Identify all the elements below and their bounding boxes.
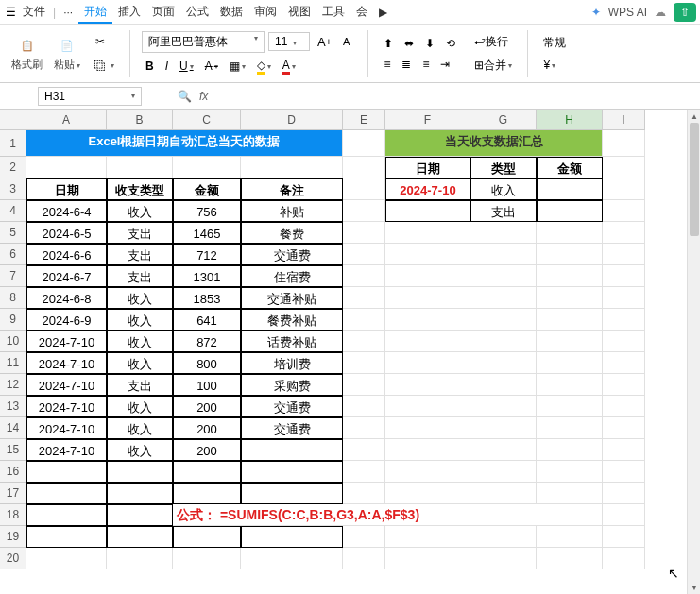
data-cell[interactable]: 2024-7-10: [26, 439, 107, 461]
data-cell[interactable]: 支出: [107, 265, 173, 287]
cell[interactable]: [603, 244, 645, 265]
cut-button[interactable]: ✂: [88, 31, 118, 52]
tab-data[interactable]: 数据: [214, 0, 248, 24]
tab-home[interactable]: 开始: [78, 0, 112, 24]
cell[interactable]: [385, 265, 470, 287]
data-cell[interactable]: 1301: [173, 265, 241, 287]
currency-button[interactable]: ¥▾: [539, 57, 570, 74]
title-main[interactable]: Excel根据日期自动汇总当天的数据: [26, 130, 343, 157]
cell[interactable]: [537, 548, 603, 569]
data-cell[interactable]: 收入: [107, 352, 173, 374]
search-icon[interactable]: 🔍: [178, 90, 192, 103]
cell[interactable]: [343, 200, 385, 222]
tab-scroll-right[interactable]: ▶: [373, 2, 393, 23]
cell[interactable]: [343, 352, 385, 374]
data-cell[interactable]: 话费补贴: [241, 331, 343, 352]
cell[interactable]: [603, 439, 645, 461]
tab-page[interactable]: 页面: [146, 0, 180, 24]
row-header-10[interactable]: 10: [0, 331, 26, 352]
cell[interactable]: [470, 222, 537, 244]
tab-tools[interactable]: 工具: [316, 0, 350, 24]
data-cell[interactable]: 200: [173, 439, 241, 461]
cell[interactable]: [603, 200, 645, 222]
cell[interactable]: [603, 265, 645, 287]
table-header[interactable]: 收支类型: [107, 178, 173, 200]
data-cell[interactable]: 641: [173, 309, 241, 331]
col-header-G[interactable]: G: [470, 110, 537, 130]
cell[interactable]: [470, 548, 537, 569]
cell[interactable]: [385, 417, 470, 439]
font-name-select[interactable]: 阿里巴巴普惠体 ▾: [142, 31, 265, 53]
row-header-20[interactable]: 20: [0, 548, 26, 569]
cell[interactable]: [107, 461, 173, 483]
italic-button[interactable]: I: [162, 58, 172, 75]
data-cell[interactable]: 收入: [107, 287, 173, 309]
title-summary[interactable]: 当天收支数据汇总: [385, 130, 603, 157]
cell[interactable]: [537, 244, 603, 265]
data-cell[interactable]: 800: [173, 352, 241, 374]
cell[interactable]: [385, 352, 470, 374]
row-header-11[interactable]: 11: [0, 352, 26, 374]
cell[interactable]: [537, 374, 603, 396]
data-cell[interactable]: 支出: [107, 244, 173, 265]
cell[interactable]: [385, 461, 470, 483]
cell[interactable]: [241, 548, 343, 569]
col-header-D[interactable]: D: [241, 110, 343, 130]
data-cell[interactable]: 100: [173, 374, 241, 396]
cell[interactable]: [343, 396, 385, 417]
data-cell[interactable]: 交通费: [241, 244, 343, 265]
cell[interactable]: [343, 287, 385, 309]
cell[interactable]: [470, 417, 537, 439]
cell[interactable]: [343, 548, 385, 569]
wps-ai-label[interactable]: WPS AI: [608, 6, 647, 19]
data-cell[interactable]: 2024-6-9: [26, 309, 107, 331]
cell[interactable]: [603, 461, 645, 483]
cell[interactable]: [537, 352, 603, 374]
col-header-F[interactable]: F: [385, 110, 470, 130]
cell[interactable]: [385, 548, 470, 569]
row-header-6[interactable]: 6: [0, 244, 26, 265]
decrease-font-button[interactable]: A-: [339, 34, 356, 49]
data-cell[interactable]: 补贴: [241, 200, 343, 222]
copy-button[interactable]: ⿻▾: [88, 56, 118, 76]
cell[interactable]: [385, 309, 470, 331]
file-menu[interactable]: 文件: [17, 0, 51, 24]
data-cell[interactable]: 培训费: [241, 352, 343, 374]
row-header-1[interactable]: 1: [0, 130, 26, 157]
cell[interactable]: [173, 526, 241, 548]
cell[interactable]: [343, 265, 385, 287]
cell[interactable]: [603, 396, 645, 417]
cell[interactable]: [343, 374, 385, 396]
cell[interactable]: [537, 483, 603, 504]
data-cell[interactable]: 餐费补贴: [241, 309, 343, 331]
data-cell[interactable]: 交通费: [241, 417, 343, 439]
data-cell[interactable]: 交通补贴: [241, 287, 343, 309]
data-cell[interactable]: 2024-7-10: [26, 396, 107, 417]
data-cell[interactable]: 1853: [173, 287, 241, 309]
cell[interactable]: [470, 287, 537, 309]
cell[interactable]: [107, 483, 173, 504]
format-painter-button[interactable]: 📋 格式刷: [8, 33, 46, 74]
data-cell[interactable]: 2024-6-8: [26, 287, 107, 309]
data-cell[interactable]: 2024-6-4: [26, 200, 107, 222]
wrap-text-button[interactable]: ⮐ 换行: [470, 32, 516, 52]
cell[interactable]: [173, 157, 241, 178]
cell[interactable]: [385, 526, 470, 548]
col-header-E[interactable]: E: [343, 110, 385, 130]
cell[interactable]: [173, 548, 241, 569]
data-cell[interactable]: 2024-6-5: [26, 222, 107, 244]
col-header-I[interactable]: I: [603, 110, 645, 130]
cell[interactable]: [26, 483, 107, 504]
name-box[interactable]: H31 ▾: [38, 87, 142, 106]
bold-button[interactable]: B: [142, 58, 158, 75]
cell[interactable]: [470, 244, 537, 265]
table-header[interactable]: 金额: [173, 178, 241, 200]
cell[interactable]: [173, 483, 241, 504]
data-cell[interactable]: 支出: [107, 222, 173, 244]
scroll-down-arrow[interactable]: ▼: [688, 581, 700, 594]
tab-formula[interactable]: 公式: [180, 0, 214, 24]
cell[interactable]: [537, 439, 603, 461]
cell[interactable]: [603, 548, 645, 569]
row-header-7[interactable]: 7: [0, 265, 26, 287]
cell[interactable]: [107, 548, 173, 569]
